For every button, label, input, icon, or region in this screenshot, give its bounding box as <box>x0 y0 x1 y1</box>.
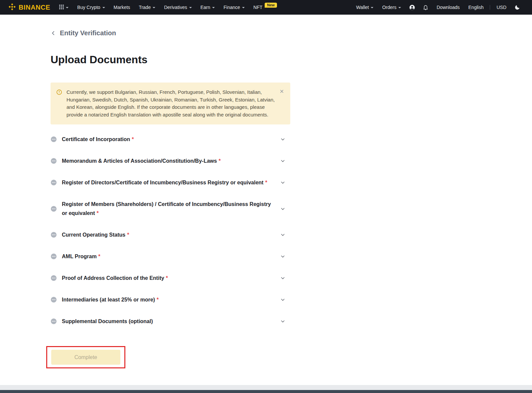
doc-label: Current Operating Status* <box>62 230 274 239</box>
nav-item-orders[interactable]: Orders <box>378 0 405 15</box>
binance-logo-icon <box>8 3 16 12</box>
nav-item-markets[interactable]: Markets <box>109 0 135 15</box>
ellipsis-icon <box>51 253 57 260</box>
top-navbar: BINANCE Buy Crypto Markets Trade Deriv <box>0 0 532 15</box>
page-title: Upload Documents <box>51 54 532 66</box>
document-accordion-list: Certificate of Incorporation* Memorandum… <box>51 128 285 332</box>
nav-item-label: Earn <box>200 5 210 10</box>
warning-icon <box>56 89 62 97</box>
chevron-down-icon[interactable] <box>280 206 285 211</box>
nav-item-finance[interactable]: Finance <box>219 0 249 15</box>
doc-label: AML Program* <box>62 252 274 261</box>
caret-down-icon <box>398 7 401 8</box>
nav-item-label: Derivatives <box>164 5 187 10</box>
binance-logo[interactable]: BINANCE <box>8 3 50 12</box>
profile-avatar-icon[interactable] <box>405 0 419 15</box>
caret-down-icon <box>242 7 245 8</box>
chevron-down-icon[interactable] <box>280 158 285 163</box>
nav-item-derivatives[interactable]: Derivatives <box>160 0 196 15</box>
page-footer-edge <box>0 385 532 393</box>
required-asterisk: * <box>97 210 99 216</box>
nav-item-earn[interactable]: Earn <box>196 0 219 15</box>
doc-label: Supplemental Documents (optional) <box>62 317 274 326</box>
notifications-bell-icon[interactable] <box>419 0 432 15</box>
navbar-right: Wallet Orders Downloads English <box>352 0 524 15</box>
apps-menu[interactable] <box>55 0 73 15</box>
footer-light-band <box>0 385 532 390</box>
caret-down-icon <box>153 7 155 8</box>
nav-item-trade[interactable]: Trade <box>134 0 160 15</box>
doc-label: Certificate of Incorporation* <box>62 135 274 144</box>
ellipsis-icon <box>51 179 57 186</box>
ellipsis-icon <box>51 318 57 324</box>
chevron-down-icon[interactable] <box>280 297 285 302</box>
annotation-highlight-box: Complete <box>46 346 125 368</box>
breadcrumb-label: Entity Verification <box>60 29 116 37</box>
close-icon[interactable] <box>279 89 284 95</box>
chevron-down-icon[interactable] <box>280 319 285 324</box>
chevron-down-icon[interactable] <box>280 232 285 237</box>
language-support-alert: Currently, we support Bulgarian, Russian… <box>51 83 290 124</box>
required-asterisk: * <box>218 158 220 164</box>
nav-item-label: Trade <box>139 5 151 10</box>
ellipsis-icon <box>51 136 57 142</box>
nav-item-downloads[interactable]: Downloads <box>432 0 464 15</box>
complete-button[interactable]: Complete <box>51 350 120 365</box>
doc-row-supplemental-documents[interactable]: Supplemental Documents (optional) <box>51 310 285 332</box>
chevron-down-icon[interactable] <box>280 276 285 281</box>
grid-icon <box>59 5 64 10</box>
doc-label: Proof of Address Collection of the Entit… <box>62 274 274 283</box>
caret-down-icon <box>371 7 373 8</box>
doc-row-register-of-directors[interactable]: Register of Directors/Certificate of Inc… <box>51 172 285 193</box>
footer-dark-band <box>0 390 532 393</box>
nav-item-buy-crypto[interactable]: Buy Crypto <box>73 0 109 15</box>
nav-item-wallet[interactable]: Wallet <box>352 0 378 15</box>
nav-item-label: Finance <box>223 5 240 10</box>
chevron-down-icon[interactable] <box>280 180 285 185</box>
chevron-down-icon[interactable] <box>280 137 285 142</box>
doc-row-intermediaries[interactable]: Intermediaries (at least 25% or more)* <box>51 289 285 310</box>
navbar-left: BINANCE Buy Crypto Markets Trade Deriv <box>8 0 281 15</box>
doc-row-memorandum-articles[interactable]: Memorandum & Articles of Association/Con… <box>51 150 285 172</box>
doc-row-certificate-of-incorporation[interactable]: Certificate of Incorporation* <box>51 128 285 150</box>
ellipsis-icon <box>51 206 57 212</box>
main-content: Entity Verification Upload Documents Cur… <box>0 29 532 368</box>
doc-label: Memorandum & Articles of Association/Con… <box>62 156 274 165</box>
ellipsis-icon <box>51 158 57 164</box>
doc-row-proof-of-address[interactable]: Proof of Address Collection of the Entit… <box>51 267 285 289</box>
nav-item-language[interactable]: English <box>464 0 488 15</box>
required-asterisk: * <box>166 275 168 281</box>
required-asterisk: * <box>265 180 267 185</box>
caret-down-icon <box>66 7 68 8</box>
nav-item-label: Buy Crypto <box>77 5 100 10</box>
divider <box>490 5 490 10</box>
nav-item-label: Wallet <box>356 5 369 10</box>
required-asterisk: * <box>132 136 134 142</box>
breadcrumb: Entity Verification <box>51 29 532 37</box>
nav-item-nft[interactable]: NFT New <box>249 0 281 15</box>
doc-label: Register of Members (Shareholders) / Cer… <box>62 200 274 218</box>
nav-item-label: USD <box>496 5 506 10</box>
chevron-down-icon[interactable] <box>280 254 285 259</box>
caret-down-icon <box>189 7 192 8</box>
nav-item-label: NFT <box>253 5 262 10</box>
nav-item-label: Downloads <box>437 5 460 10</box>
nav-item-currency[interactable]: USD <box>492 0 511 15</box>
required-asterisk: * <box>98 254 100 259</box>
doc-label: Register of Directors/Certificate of Inc… <box>62 178 274 187</box>
doc-row-register-of-members[interactable]: Register of Members (Shareholders) / Cer… <box>51 193 285 224</box>
ellipsis-icon <box>51 232 57 238</box>
theme-toggle-moon-icon[interactable] <box>511 0 524 15</box>
doc-row-aml-program[interactable]: AML Program* <box>51 246 285 267</box>
required-asterisk: * <box>127 232 129 238</box>
nav-item-label: Markets <box>114 5 130 10</box>
alert-text: Currently, we support Bulgarian, Russian… <box>66 89 275 118</box>
brand-name: BINANCE <box>19 4 50 11</box>
new-badge: New <box>265 3 277 8</box>
back-chevron-icon[interactable] <box>51 30 56 36</box>
nav-item-label: Orders <box>382 5 396 10</box>
doc-label: Intermediaries (at least 25% or more)* <box>62 295 274 304</box>
doc-row-current-operating-status[interactable]: Current Operating Status* <box>51 224 285 246</box>
caret-down-icon <box>212 7 215 8</box>
required-asterisk: * <box>157 297 159 302</box>
